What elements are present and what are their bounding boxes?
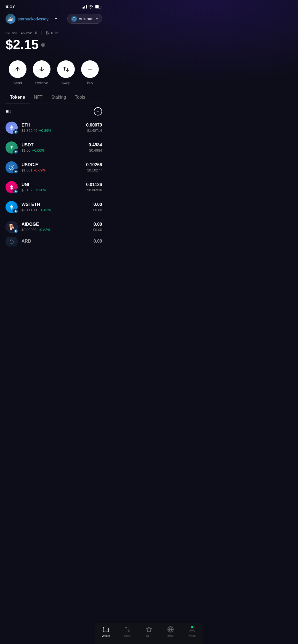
eth-chain-badge [13, 129, 18, 134]
swap-icon-circle [57, 60, 75, 78]
avatar: ☕ [6, 14, 15, 24]
eth-value: $1.48714 [86, 128, 102, 133]
eth-price: $1,860.49 [22, 128, 38, 133]
wallet-address-row: 0xEba1...463fAe ⧉ | 0.12 [6, 30, 102, 35]
status-bar: 6:17 [0, 0, 108, 12]
uni-name: UNI [22, 182, 86, 187]
usdce-balance: 0.10266 [86, 162, 102, 167]
token-item-usdce[interactable]: USDC.E $1.001 -0.09% 0.10266 $0.10277 [3, 157, 105, 177]
usdce-name: USDC.E [22, 162, 86, 167]
tab-staking[interactable]: Staking [47, 92, 70, 103]
eth-change: +0.89% [39, 128, 51, 133]
network-chevron-icon: ▼ [95, 17, 99, 20]
balance-amount: $2.15 [6, 37, 39, 52]
usdce-chain-badge [13, 169, 18, 174]
account-selector[interactable]: ☕ starbuckodyssey... ▼ [6, 14, 58, 24]
battery-icon [95, 5, 102, 9]
sort-button[interactable]: ≡↓ [6, 108, 12, 115]
chevron-down-icon: ▼ [54, 17, 58, 21]
buy-label: Buy [87, 81, 93, 85]
aidoge-name: AIDOGE [22, 222, 93, 227]
receive-button[interactable]: Receive [33, 60, 50, 85]
wsteth-value: $0.00 [93, 208, 102, 212]
wifi-icon [88, 5, 93, 9]
add-token-button[interactable]: + [94, 107, 102, 116]
token-icon-usdt: ₮ [6, 141, 18, 154]
wallet-info: 0xEba1...463fAe ⧉ | 0.12 $2.15 ◉ [0, 28, 108, 52]
tabs-container: Tokens NFT Staking Tools [0, 92, 108, 103]
uni-change: +3.30% [34, 188, 46, 192]
wsteth-balance: 0.00 [93, 202, 102, 207]
network-name: Arbitrum [79, 17, 93, 21]
gas-indicator: 0.12 [46, 31, 58, 35]
svg-point-3 [9, 165, 14, 170]
wsteth-name: WSTETH [22, 202, 93, 207]
tab-nft[interactable]: NFT [30, 92, 47, 103]
aidoge-price: $0.00000 [22, 228, 36, 232]
token-icon-wsteth [6, 201, 18, 213]
network-selector[interactable]: Arbitrum ▼ [67, 14, 102, 24]
wsteth-price: $2,111.11 [22, 208, 38, 212]
wsteth-chain-badge [13, 209, 18, 214]
wallet-address: 0xEba1...463fAe [6, 31, 32, 35]
usdt-change: +0.00% [32, 148, 44, 152]
account-name: starbuckodyssey... [18, 17, 52, 21]
plus-icon [87, 66, 93, 73]
token-item-arb[interactable]: ARB 0.00 [3, 237, 105, 246]
swap-label: Swap [61, 81, 70, 85]
action-buttons: Send Receive Swap Buy [0, 54, 108, 90]
token-item-eth[interactable]: ETH $1,860.49 +0.89% 0.00079 $1.48714 [3, 118, 105, 138]
gas-value: 0.12 [51, 31, 58, 35]
token-list: ETH $1,860.49 +0.89% 0.00079 $1.48714 ₮ [0, 118, 108, 246]
usdt-name: USDT [22, 143, 89, 147]
token-item-wsteth[interactable]: WSTETH $2,111.11 +0.82% 0.00 $0.00 [3, 197, 105, 217]
swap-button[interactable]: Swap [57, 60, 75, 85]
uni-chain-badge [13, 189, 18, 194]
receive-icon-circle [33, 60, 50, 78]
send-icon [14, 66, 21, 73]
wsteth-change: +0.82% [39, 208, 51, 212]
eye-icon[interactable]: ◉ [41, 42, 45, 48]
usdce-value: $0.10277 [86, 168, 102, 172]
arb-balance: 0.00 [94, 239, 102, 244]
token-icon-usdce [6, 161, 18, 173]
token-list-header: ≡↓ + [0, 103, 108, 118]
swap-icon [63, 66, 69, 73]
token-item-usdt[interactable]: ₮ USDT $1.00 +0.00% 0.4984 $0.4984 [3, 138, 105, 157]
eth-name: ETH [22, 123, 86, 128]
signal-icon [82, 5, 87, 9]
wallet-balance: $2.15 ◉ [6, 37, 102, 52]
buy-icon-circle [81, 60, 99, 78]
usdce-price: $1.001 [22, 168, 33, 172]
token-icon-aidoge: 🐕 [6, 221, 18, 233]
token-item-uni[interactable]: UNI $6.162 +3.30% 0.01126 $0.06938 [3, 177, 105, 197]
aidoge-balance: 0.00 [93, 222, 102, 227]
usdt-price: $1.00 [22, 148, 31, 152]
aidoge-change: +0.83% [38, 228, 50, 232]
svg-point-0 [91, 8, 91, 9]
uni-balance: 0.01126 [86, 182, 102, 187]
tab-tools[interactable]: Tools [70, 92, 89, 103]
token-icon-eth [6, 122, 18, 134]
aidoge-chain-badge [13, 229, 18, 234]
usdt-chain-badge [13, 149, 18, 154]
copy-icon[interactable]: ⧉ [35, 31, 37, 35]
send-icon-circle [9, 60, 26, 78]
token-item-aidoge[interactable]: 🐕 AIDOGE $0.00000 +0.83% 0.00 $0.00 [3, 217, 105, 237]
eth-balance: 0.00079 [86, 123, 102, 128]
receive-icon [38, 66, 45, 73]
status-time: 6:17 [6, 4, 15, 9]
arbitrum-icon [71, 16, 77, 22]
tab-tokens[interactable]: Tokens [6, 92, 30, 103]
send-button[interactable]: Send [9, 60, 26, 85]
usdt-balance: 0.4984 [89, 143, 102, 147]
usdce-change: -0.09% [34, 168, 46, 172]
usdt-value: $0.4984 [89, 148, 102, 152]
aidoge-value: $0.00 [93, 228, 102, 232]
buy-button[interactable]: Buy [81, 60, 99, 85]
token-icon-arb [6, 237, 18, 246]
app-header: ☕ starbuckodyssey... ▼ Arbitrum ▼ [0, 12, 108, 28]
arb-name: ARB [22, 239, 94, 244]
svg-rect-2 [95, 5, 99, 8]
uni-value: $0.06938 [86, 188, 102, 192]
